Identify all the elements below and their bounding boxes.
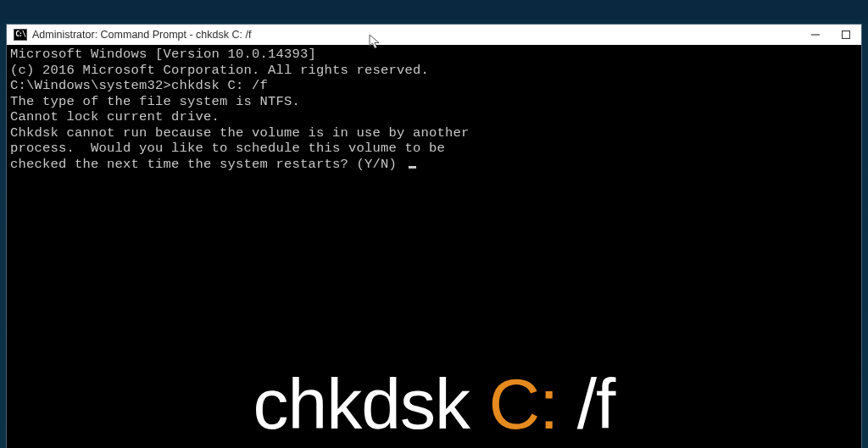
window-controls	[800, 25, 861, 45]
terminal-line: checked the next time the system restart…	[10, 157, 405, 172]
terminal-line: Microsoft Windows [Version 10.0.14393]	[10, 47, 858, 63]
terminal-line: The type of the file system is NTFS.	[10, 94, 858, 110]
cmd-icon: C:\	[14, 29, 27, 41]
svg-rect-1	[843, 31, 850, 39]
terminal-line: (c) 2016 Microsoft Corporation. All righ…	[10, 63, 858, 79]
terminal-output[interactable]: Microsoft Windows [Version 10.0.14393](c…	[7, 45, 861, 174]
caption-part-2: C:	[488, 364, 558, 444]
overlay-caption: chkdsk C: /f	[0, 368, 868, 440]
text-cursor	[409, 166, 416, 169]
terminal-prompt-line: checked the next time the system restart…	[10, 157, 858, 173]
terminal-line: process. Would you like to schedule this…	[10, 141, 858, 157]
terminal-line: C:\Windows\system32>chkdsk C: /f	[10, 78, 858, 94]
caption-part-1: chkdsk	[253, 364, 489, 444]
minimize-button[interactable]	[800, 25, 831, 45]
minimize-icon	[811, 30, 820, 39]
terminal-line: Cannot lock current drive.	[10, 109, 858, 125]
window-title: Administrator: Command Prompt - chkdsk C…	[32, 29, 251, 41]
maximize-button[interactable]	[831, 25, 861, 45]
terminal-line: Chkdsk cannot run because the volume is …	[10, 125, 858, 141]
maximize-icon	[842, 30, 850, 39]
title-bar[interactable]: C:\ Administrator: Command Prompt - chkd…	[7, 25, 861, 45]
caption-part-3: /f	[558, 364, 615, 444]
